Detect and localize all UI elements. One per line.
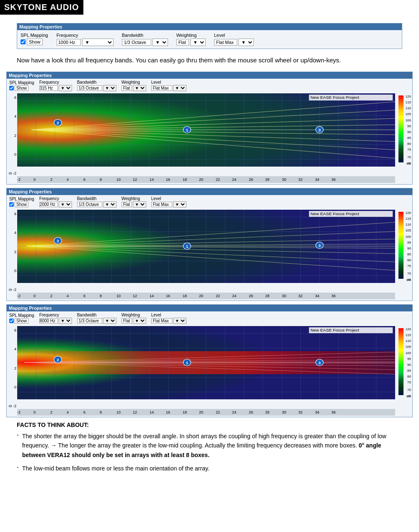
bold-text-1: 0° angle between VERA12 should only be s…	[22, 442, 381, 458]
frequency-row: ▼	[57, 39, 114, 46]
p1-x-axis: -2 0 2 4 6 8 10 12 14 16 18 20 22 24 26 …	[17, 176, 395, 183]
description-text: Now have a look thru all frequency bands…	[17, 55, 402, 65]
level-select[interactable]: ▼	[238, 39, 254, 46]
mapping-panel-top-title: Mapping Properties	[17, 23, 402, 30]
p3-wt-val: Flat	[122, 318, 132, 324]
p3-x-axis: -2 0 2 4 6 8 10 12 14 16 18 20 22 24 26 …	[17, 409, 395, 416]
facts-item-2: - The low-mid beam follows more or less …	[17, 464, 402, 473]
ctrl-spl2: SPL Mapping Show	[9, 197, 34, 207]
p2-scale-gradient	[398, 212, 403, 279]
p3-viz-svg: 2 1 3 New EASE Focus Project	[17, 326, 395, 408]
p3-bw-select[interactable]: ▼	[103, 318, 116, 324]
p1-spl-checkbox[interactable]	[9, 86, 14, 90]
p3-freq-select[interactable]: ▼	[59, 318, 72, 324]
svg-text:New EASE Focus Project: New EASE Focus Project	[310, 212, 360, 216]
header-bar: SKYTONE AUDIO	[0, 0, 83, 15]
p1-bw-select[interactable]: ▼	[103, 85, 116, 91]
p3-show-btn[interactable]: Show	[15, 318, 28, 324]
facts-list: - The shorter the array the bigger shoul…	[17, 432, 402, 473]
ctrl-spl1: SPL Mapping Show	[9, 80, 34, 91]
level-value: Flat Max	[214, 39, 237, 46]
p1-show-btn[interactable]: Show	[15, 85, 28, 91]
facts-section: FACTS TO THINK ABOUT: - The shorter the …	[17, 421, 402, 473]
p1-scale-bar: 120 115 110 105 100 95 90 85 80 75 70 dB	[396, 93, 411, 167]
svg-text:3: 3	[318, 244, 321, 248]
ctrl-bw3: Bandwidth 1/3 Octave ▼	[77, 313, 116, 324]
p3-scale: 120 115 110 105 100 95 90 85 80 75 70 dB	[395, 326, 411, 416]
p1-bw-val: 1/3 Octave	[77, 85, 102, 91]
p1-viz-svg: 2 1 3 New EASE Focus Project	[17, 93, 395, 175]
bandwidth-row: 1/3 Octave ▼	[122, 39, 168, 46]
p3-bw-val: 1/3 Octave	[77, 318, 102, 324]
p1-freq-select[interactable]: ▼	[59, 85, 72, 91]
p3-scale-gradient	[398, 328, 403, 395]
p2-lv-val: Flat Max	[151, 202, 172, 207]
level-row: Flat Max ▼	[214, 39, 254, 46]
p2-freq-select[interactable]: ▼	[59, 201, 72, 208]
svg-text:1: 1	[186, 244, 188, 249]
p1-lv-select[interactable]: ▼	[173, 85, 186, 91]
p3-y-axis: 6 4 2 0 m -2	[8, 326, 17, 416]
p2-scale-bar: 120 115 110 105 100 95 90 85 80 75 70 dB	[396, 210, 411, 283]
weighting-col: Weighting Flat ▼	[176, 33, 206, 46]
frequency-input[interactable]	[57, 39, 81, 46]
mapping-panel-top-content: SPL Mapping Show Frequency ▼ Bandwidth 1…	[17, 30, 402, 49]
arrow-symbol: →	[51, 442, 57, 449]
p2-wt-select[interactable]: ▼	[133, 201, 146, 208]
spl-mapping-col: SPL Mapping Show	[21, 33, 48, 45]
spl-show-checkbox[interactable]	[21, 39, 26, 44]
svg-text:New EASE Focus Project: New EASE Focus Project	[310, 328, 360, 332]
panel1-pin-btn[interactable]: ≡ ×	[404, 73, 410, 78]
panel2-pin-btn[interactable]: ≡ ×	[404, 189, 410, 194]
weighting-select[interactable]: ▼	[190, 39, 206, 46]
p3-lv-select[interactable]: ▼	[173, 318, 186, 324]
map-panel-3-title: Mapping Properties ≡ ×	[7, 305, 412, 311]
svg-text:2: 2	[57, 239, 59, 243]
bandwidth-label: Bandwidth	[122, 33, 168, 38]
p1-scale: 120 115 110 105 100 95 90 85 80 75 70 dB	[395, 93, 411, 183]
frequency-select[interactable]: ▼	[82, 39, 114, 46]
weighting-value: Flat	[176, 39, 189, 46]
ctrl-freq1: Frequency ▼	[39, 80, 72, 91]
p2-show-btn[interactable]: Show	[15, 202, 28, 207]
map-panel-1-controls: SPL Mapping Show Frequency ▼ Bandwidth 1…	[7, 79, 412, 93]
p2-viz-svg: 2 1 3 New EASE Focus Project	[17, 210, 395, 291]
ctrl-freq2: Frequency ▼	[39, 196, 72, 208]
p2-bw-select[interactable]: ▼	[103, 201, 116, 208]
ctrl-wt1: Weighting Flat ▼	[122, 80, 146, 91]
p3-freq-input[interactable]	[39, 318, 58, 324]
p2-freq-input[interactable]	[39, 202, 58, 207]
p3-spl-checkbox[interactable]	[9, 319, 14, 323]
ctrl-bw2: Bandwidth 1/3 Octave ▼	[77, 196, 116, 208]
p2-lv-select[interactable]: ▼	[173, 201, 186, 208]
bandwidth-select[interactable]: ▼	[153, 39, 168, 46]
svg-text:3: 3	[318, 128, 321, 132]
spl-show-button[interactable]: Show	[27, 39, 43, 45]
p3-lv-val: Flat Max	[151, 318, 172, 324]
bandwidth-col: Bandwidth 1/3 Octave ▼	[122, 33, 168, 46]
frequency-col: Frequency ▼	[57, 33, 114, 46]
p1-y-axis: 6 4 2 0 m -2	[8, 93, 17, 183]
p1-wt-select[interactable]: ▼	[133, 85, 146, 91]
svg-text:3: 3	[318, 361, 321, 365]
p1-freq-input[interactable]	[39, 85, 58, 91]
p2-spl-checkbox[interactable]	[9, 202, 14, 207]
p2-bw-val: 1/3 Octave	[77, 202, 102, 207]
ctrl-spl3: SPL Mapping Show	[9, 313, 34, 324]
spl-mapping-row: Show	[21, 39, 48, 45]
map-panel-2-controls: SPL Mapping Show Frequency ▼ Bandwidth 1…	[7, 195, 412, 209]
p3-viz-area: 2 1 3 New EASE Focus Project -2 0 2 4 6 …	[17, 326, 395, 416]
map-panel-1-title: Mapping Properties ≡ ×	[7, 72, 412, 79]
frequency-label: Frequency	[57, 33, 114, 38]
p1-scale-gradient	[398, 95, 403, 162]
p1-viz-area: 2 1 3 New EASE Focus Project -2 0 2 4 6 …	[17, 93, 395, 183]
p3-wt-select[interactable]: ▼	[133, 318, 146, 324]
weighting-row: Flat ▼	[176, 39, 206, 46]
svg-text:1: 1	[186, 128, 188, 132]
mapping-panel-top: Mapping Properties SPL Mapping Show Freq…	[17, 23, 402, 49]
panel3-pin-btn[interactable]: ≡ ×	[404, 306, 410, 311]
site-title: SKYTONE AUDIO	[4, 3, 79, 12]
weighting-label: Weighting	[176, 33, 206, 38]
map-panel-3-controls: SPL Mapping Show Frequency ▼ Bandwidth 1…	[7, 311, 412, 325]
ctrl-bw1: Bandwidth 1/3 Octave ▼	[77, 80, 116, 91]
